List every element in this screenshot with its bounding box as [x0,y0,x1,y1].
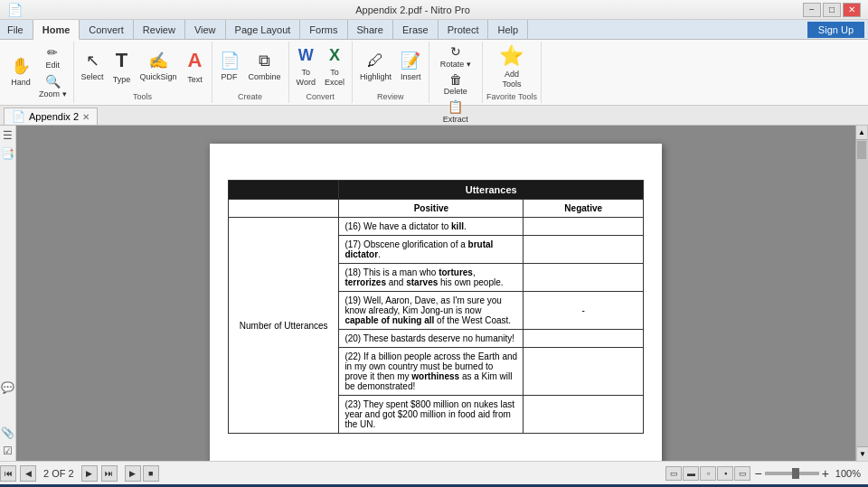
table-header: Utterances [339,181,644,200]
rotate-button[interactable]: ↻ Rotate ▾ [433,43,478,70]
document-viewport[interactable]: Utterances Positive Negative Number of U… [16,126,855,461]
hand-icon: ✋ [11,57,31,77]
insert-button[interactable]: 📝 Insert [397,43,425,90]
positive-cell-1: (16) We have a dictator to kill. [339,218,524,236]
left-sidebar: ☰ 📑 💬 📎 ☑ [0,126,16,461]
negative-cell-5 [524,330,644,348]
group-convert: W ToWord X ToExcel Convert [289,42,353,103]
current-page: 2 [43,468,49,479]
nav-last-button[interactable]: ⏭ [101,465,118,482]
type-label: Type [113,75,131,85]
negative-cell-2 [524,236,644,264]
negative-cell-3 [524,264,644,292]
zoom-button[interactable]: 🔍 Zoom ▾ [36,73,70,100]
extract-label: Extract [443,115,468,125]
to-excel-button[interactable]: X ToExcel [321,43,348,90]
positive-cell-4: (19) Well, Aaron, Dave, as I'm sure you … [339,292,524,330]
group-favorite-tools: ⭐ AddTools Favorite Tools [483,42,542,103]
sidebar-icon-5[interactable]: ☑ [2,445,14,457]
col-negative: Negative [524,200,644,218]
extract-icon: 📋 [448,99,463,115]
scroll-up-button[interactable]: ▲ [856,126,867,140]
tab-pdf-icon: 📄 [12,110,25,123]
extract-button[interactable]: 📋 Extract [433,98,478,126]
nav-prev-button[interactable]: ◀ [20,465,36,482]
sign-up-button[interactable]: Sign Up [807,22,864,38]
pdf-button[interactable]: 📄 PDF [216,43,243,90]
view-facing-button[interactable]: ▪ [717,466,733,481]
status-bar: ⏮ ◀ 2 OF 2 ▶ ⏭ ▶ ■ ▭ ▬ ▫ ▪ ▭ − + 100% [0,461,868,484]
zoom-plus-button[interactable]: + [822,466,829,481]
tab-page-layout[interactable]: Page Layout [226,20,301,39]
utterances-table: Utterances Positive Negative Number of U… [228,180,644,434]
create-group-label: Create [238,92,262,101]
title-bar: 📄 Appendix 2.pdf - Nitro Pro − □ ✕ [0,0,868,20]
tab-review[interactable]: Review [134,20,185,39]
tab-file[interactable]: File [0,20,33,39]
create-items: 📄 PDF ⧉ Combine [216,43,285,90]
view-single-button[interactable]: ▭ [665,466,682,481]
nav-next-button[interactable]: ▶ [81,465,98,482]
tab-convert[interactable]: Convert [80,20,134,39]
combine-button[interactable]: ⧉ Combine [245,43,285,90]
convert-items: W ToWord X ToExcel [293,43,348,90]
ribbon: File Home Convert Review View Page Layou… [0,20,868,106]
to-word-label: ToWord [297,68,316,88]
scroll-down-button[interactable]: ▼ [857,446,868,461]
zoom-controls: − + 100% [754,466,861,481]
rotate-label: Rotate ▾ [440,60,471,70]
view-fullscreen-button[interactable]: ▭ [734,466,750,481]
to-word-button[interactable]: W ToWord [293,43,319,90]
app-icon: 📄 [7,3,23,17]
tab-view[interactable]: View [185,20,226,39]
audio-play-button[interactable]: ▶ [125,465,141,482]
doc-tab-appendix2[interactable]: 📄 Appendix 2 ✕ [4,108,98,125]
type-button[interactable]: T Type [109,43,135,90]
tab-close-button[interactable]: ✕ [82,112,90,122]
quicksign-button[interactable]: ✍ QuickSign [137,43,181,90]
view-continuous-button[interactable]: ▫ [700,466,716,481]
zoom-minus-button[interactable]: − [754,466,761,481]
tab-erase[interactable]: Erase [393,20,439,39]
page-layout-items: ↻ Rotate ▾ 🗑 Delete 📋 Extract [433,43,478,126]
view-double-button[interactable]: ▬ [683,466,699,481]
highlight-label: Highlight [360,72,392,82]
tab-protect[interactable]: Protect [439,20,489,39]
edit-button[interactable]: ✏ Edit [36,44,70,71]
add-tools-button[interactable]: ⭐ AddTools [495,43,527,90]
tab-forms[interactable]: Forms [300,20,347,39]
select-icon: ↖ [86,52,99,71]
hand-button[interactable]: ✋ Hand [7,49,34,96]
sidebar-icon-3[interactable]: 💬 [2,381,14,394]
zoom-slider[interactable] [765,472,819,475]
negative-cell-1 [524,218,644,236]
window-controls: − □ ✕ [803,3,861,17]
positive-cell-5: (20) These bastards deserve no humanity! [339,330,524,348]
maximize-button[interactable]: □ [823,3,841,17]
right-scrollbar-panel[interactable]: ▲ ▼ [855,126,868,461]
positive-cell-6: (22) If a billion people across the Eart… [339,348,524,396]
sidebar-icon-1[interactable]: ☰ [2,129,14,142]
tab-home[interactable]: Home [33,20,80,40]
group-navigation: ✋ Hand ✏ Edit 🔍 Zoom ▾ [4,42,74,103]
zoom-slider-thumb [792,468,799,479]
audio-stop-button[interactable]: ■ [143,465,159,482]
tab-help[interactable]: Help [488,20,528,39]
delete-button[interactable]: 🗑 Delete [433,71,478,98]
close-button[interactable]: ✕ [843,3,861,17]
row-label-utterances: Number of Utterances [229,218,339,434]
select-button[interactable]: ↖ Select [78,43,108,90]
minimize-button[interactable]: − [803,3,821,17]
tab-share[interactable]: Share [348,20,393,39]
text-button[interactable]: A Text [183,43,208,90]
col-positive: Positive [339,200,524,218]
sidebar-icon-2[interactable]: 📑 [2,147,14,160]
quicksign-label: QuickSign [140,72,177,82]
edit-icon: ✏ [47,45,58,61]
highlight-button[interactable]: 🖊 Highlight [356,43,395,90]
combine-icon: ⧉ [259,52,270,71]
word-icon: W [298,46,314,66]
sidebar-icon-4[interactable]: 📎 [2,426,14,439]
delete-icon: 🗑 [449,72,462,88]
nav-first-button[interactable]: ⏮ [0,465,16,482]
